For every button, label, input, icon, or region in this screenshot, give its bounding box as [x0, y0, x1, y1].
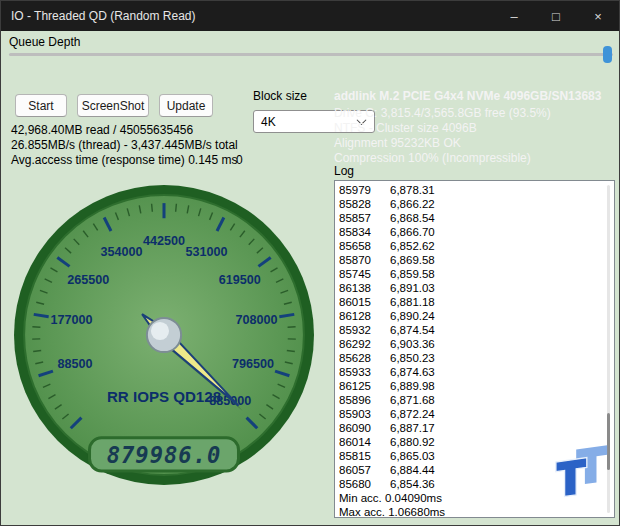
- log-row[interactable]: 859326,874.54: [339, 323, 614, 337]
- drive-line: NTFS - Cluster size 4096B: [334, 121, 601, 136]
- gauge-scale-label: 531000: [186, 245, 228, 259]
- tweaktown-logo: [553, 445, 611, 509]
- log-row[interactable]: 861286,890.24: [339, 309, 614, 323]
- log-row[interactable]: 862926,903.36: [339, 337, 614, 351]
- log-row[interactable]: 858576,868.54: [339, 211, 614, 225]
- window-title: IO - Threaded QD (Random Read): [1, 9, 493, 23]
- minimize-icon[interactable]: –: [493, 1, 535, 31]
- iops-gauge-svg: 8850017700026550035400044250053100061950…: [13, 184, 315, 486]
- slider-thumb[interactable]: [603, 46, 612, 63]
- slider-track[interactable]: [9, 53, 613, 56]
- screenshot-button[interactable]: ScreenShot: [77, 94, 149, 117]
- stat-access-text: Avg.access time (response time) 0.145 ms: [11, 153, 238, 167]
- gauge-scale-label: 796500: [232, 357, 274, 371]
- gauge-scale-label: 442500: [143, 234, 185, 248]
- block-size-value: 4K: [261, 115, 276, 129]
- gauge-scale-label: 619500: [219, 273, 261, 287]
- log-row[interactable]: 856586,852.62: [339, 239, 614, 253]
- titlebar[interactable]: IO - Threaded QD (Random Read) – □ ×: [1, 1, 619, 31]
- log-row[interactable]: 857456,859.58: [339, 267, 614, 281]
- log-row[interactable]: 860156,881.18: [339, 295, 614, 309]
- gauge-readout-value: 879986.0: [107, 442, 222, 468]
- log-label: Log: [334, 164, 354, 178]
- tt-logo-icon: [553, 445, 611, 507]
- log-row[interactable]: 856286,850.23: [339, 351, 614, 365]
- log-row[interactable]: 858706,869.58: [339, 253, 614, 267]
- log-row[interactable]: 859036,872.24: [339, 407, 614, 421]
- iops-gauge: 8850017700026550035400044250053100061950…: [13, 184, 315, 486]
- gauge-scale-label: 708000: [235, 313, 277, 327]
- log-row[interactable]: 859796,878.31: [339, 183, 614, 197]
- log-row[interactable]: 858286,866.22: [339, 197, 614, 211]
- gauge-scale-label: 354000: [101, 245, 143, 259]
- drive-line: Drive C: 3,815.4/3,565.8GB free (93.5%): [334, 106, 601, 121]
- drive-info: addlink M.2 PCIE G4x4 NVMe 4096GB/SN1368…: [334, 89, 601, 166]
- queue-depth-slider[interactable]: [9, 46, 613, 63]
- log-row[interactable]: 859336,874.63: [339, 365, 614, 379]
- app-window: IO - Threaded QD (Random Read) – □ × Que…: [0, 0, 620, 526]
- drive-title: addlink M.2 PCIE G4x4 NVMe 4096GB/SN1368…: [334, 89, 601, 104]
- log-row[interactable]: 858966,871.68: [339, 393, 614, 407]
- stat-read-line: 42,968.40MB read / 45055635456: [11, 123, 238, 138]
- gauge-scale-label: 177000: [51, 313, 93, 327]
- log-row[interactable]: 861256,889.98: [339, 379, 614, 393]
- stat-speed-line: 26.855MB/s (thread) - 3,437.445MB/s tota…: [11, 138, 238, 153]
- drive-line: Alignment 95232KB OK: [334, 136, 601, 151]
- window-controls: – □ ×: [493, 1, 619, 31]
- log-row[interactable]: 860906,887.17: [339, 421, 614, 435]
- gauge-scale-label: 88500: [57, 357, 92, 371]
- stat-access-extra: 0: [236, 153, 243, 168]
- update-button[interactable]: Update: [159, 94, 213, 117]
- log-row[interactable]: 861386,891.03: [339, 281, 614, 295]
- log-row[interactable]: 858346,866.70: [339, 225, 614, 239]
- start-button[interactable]: Start: [15, 94, 67, 117]
- stat-access-line: Avg.access time (response time) 0.145 ms…: [11, 153, 238, 168]
- block-size-label: Block size: [253, 89, 307, 103]
- drive-line: Compression 100% (Incompressible): [334, 151, 601, 166]
- maximize-icon[interactable]: □: [535, 1, 577, 31]
- gauge-caption: RR IOPS QD128: [107, 388, 221, 405]
- stats-block: 42,968.40MB read / 45055635456 26.855MB/…: [11, 123, 238, 168]
- close-icon[interactable]: ×: [577, 1, 619, 31]
- gauge-scale-label: 265500: [67, 273, 109, 287]
